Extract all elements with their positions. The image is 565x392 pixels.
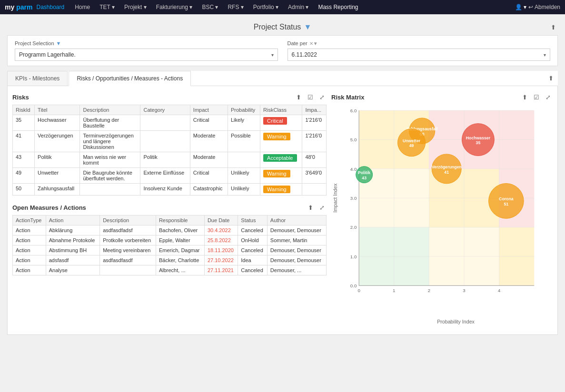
cell-actiontype: Action [13,265,46,275]
matrix-check-button[interactable]: ☑ [532,93,541,102]
cell-status: OnHold [238,235,268,245]
risks-export-button[interactable]: ⬆ [294,93,303,102]
cell-duedate: 18.11.2020 [204,245,238,255]
cell-actiontype: Action [13,225,46,235]
risks-table: RiskId Titel Description Category Impact… [12,105,327,196]
cell-description: Überflutung der Baustelle [80,115,140,131]
nav-mass-reporting[interactable]: Mass Reporting [314,0,362,14]
matrix-export-button[interactable]: ⬆ [520,93,529,102]
date-per-select[interactable]: 6.11.2022 ▾ [287,49,551,61]
cell-probability: Possible [228,131,260,152]
risks-title: Risks [12,94,29,101]
table-row[interactable]: 50 Zahlungsausfall Insolvenz Kunde Catas… [13,184,327,196]
table-row[interactable]: Action Abklärung asdfasdfadsf Bachofen, … [13,225,327,235]
table-row[interactable]: 49 Unwetter Die Baugrube könnte überflut… [13,168,327,184]
svg-text:2.0: 2.0 [350,225,357,230]
cell-riskid: 35 [13,115,35,131]
cell-desc [100,265,156,275]
cell-probability [228,152,260,168]
date-per-label: Date per ✕▼ [287,40,551,46]
risks-check-button[interactable]: ☑ [306,93,315,102]
tab-export-button[interactable]: ⬆ [546,74,555,83]
page-title-filter-icon: ▼ [304,23,311,31]
cell-duedate: 27.10.2022 [204,255,238,265]
measures-table-scroll[interactable]: ActionType Action Description Responsibl… [12,215,327,275]
col-riskclass: RiskClass [260,105,302,115]
measures-table: ActionType Action Description Responsibl… [12,215,327,275]
risk-matrix-actions: ⬆ ☑ ⤢ [520,93,553,102]
cell-desc: asdfasdfadsf [100,225,156,235]
cell-probability: Unlikely [228,184,260,196]
measures-actions: ⬆ ⤢ [306,203,327,212]
cell-riskclass: Warning [260,184,302,196]
table-row[interactable]: Action Analyse Albrecht, ... 27.11.2021 … [13,265,327,275]
risks-table-scroll[interactable]: RiskId Titel Description Category Impact… [12,105,327,196]
table-row[interactable]: 43 Politik Man weiss nie wer kommt Polit… [13,152,327,168]
cell-actiontype: Action [13,245,46,255]
cell-desc: Meeting vereinbaren [100,245,156,255]
date-select-arrow: ▾ [544,52,546,58]
nav-tet[interactable]: TET ▾ [96,0,119,14]
nav-user-menu[interactable]: 👤 ▾ [515,4,526,10]
date-per-value: 6.11.2022 [292,51,544,58]
table-row[interactable]: 41 Verzögerungen Terminverzögerungen und… [13,131,327,152]
page-title-actions: ⬆ [549,23,558,32]
table-row[interactable]: Action Abstimmung BH Meeting vereinbaren… [13,245,327,255]
cell-titel: Politik [35,152,80,168]
nav-projekt[interactable]: Projekt ▾ [120,0,150,14]
svg-text:2: 2 [428,288,430,293]
cell-status: Idea [238,255,268,265]
table-row[interactable]: Action Abnahme Protokole Protkolle vorbe… [13,235,327,245]
risk-matrix-svg: Impact Index Probability Index 0.01.02.0… [331,105,553,328]
project-filter-icon[interactable]: ▼ [56,40,61,46]
col-impact: Impact [190,105,228,115]
cell-action: Analyse [46,265,99,275]
brand-parm: parm [16,3,32,11]
cell-author: Sommer, Martin [267,235,326,245]
cell-desc: asdfasdfasdf [100,255,156,265]
tab-kpis-milestones[interactable]: KPIs - Milestones [7,71,68,86]
cell-riskid: 49 [13,168,35,184]
svg-text:0.0: 0.0 [350,283,357,288]
content-area: Risks ⬆ ☑ ⤢ RiskId Titel Description [7,86,558,335]
matrix-expand-button[interactable]: ⤢ [544,93,553,102]
risks-expand-button[interactable]: ⤢ [317,93,327,102]
nav-bsc[interactable]: BSC ▾ [198,0,222,14]
project-selection-value: Programm Lagerhalle. [19,51,271,58]
left-column: Risks ⬆ ☑ ⤢ RiskId Titel Description [12,91,327,330]
svg-text:4: 4 [498,288,501,293]
cell-impactval: 1'216'0 [302,115,327,131]
cell-author: Demouser, Demouser [267,255,326,265]
cell-actiontype: Action [13,235,46,245]
svg-text:1.0: 1.0 [350,254,357,259]
filter-area: Project Selection ▼ Programm Lagerhalle.… [7,35,558,66]
page-title-bar: Project Status ▼ ⬆ [7,19,558,35]
y-axis-label: Impact Index [332,183,338,213]
page-export-button[interactable]: ⬆ [549,23,558,32]
cell-category: Externe Einflüsse [140,168,190,184]
cell-titel: Unwetter [35,168,80,184]
measures-section-header: Open Measures / Actions ⬆ ⤢ [12,201,327,215]
measures-expand-button[interactable]: ⤢ [317,203,327,212]
cell-responsible: Bachofen, Oliver [156,225,204,235]
date-filter-clear-icon[interactable]: ✕▼ [309,41,318,46]
x-axis-label: Probability Index [437,319,475,324]
cell-status: Canceled [238,245,268,255]
filter-row: Project Selection ▼ Programm Lagerhalle.… [15,40,550,61]
nav-fakturierung[interactable]: Fakturierung ▾ [152,0,197,14]
col-category: Category [140,105,190,115]
table-row[interactable]: Action adsfasdf asdfasdfasdf Bäcker, Cha… [13,255,327,265]
nav-admin[interactable]: Admin ▾ [284,0,312,14]
project-selection-select[interactable]: Programm Lagerhalle. ▾ [15,49,278,61]
nav-portfolio[interactable]: Portfolio ▾ [249,0,282,14]
logout-button[interactable]: ↩ Abmelden [528,4,560,10]
brand: myparm Dashboard [5,3,64,11]
cell-titel: Hochwasser [35,115,80,131]
tab-risks-opportunities[interactable]: Risks / Opportunities / Measures - Actio… [69,71,191,86]
measures-export-button[interactable]: ⬆ [306,203,315,212]
nav-rfs[interactable]: RFS ▾ [224,0,247,14]
nav-home[interactable]: Home [71,0,94,14]
risks-section-header: Risks ⬆ ☑ ⤢ [12,91,327,105]
main-container: Project Status ▼ ⬆ Project Selection ▼ P… [0,14,565,340]
table-row[interactable]: 35 Hochwasser Überflutung der Baustelle … [13,115,327,131]
